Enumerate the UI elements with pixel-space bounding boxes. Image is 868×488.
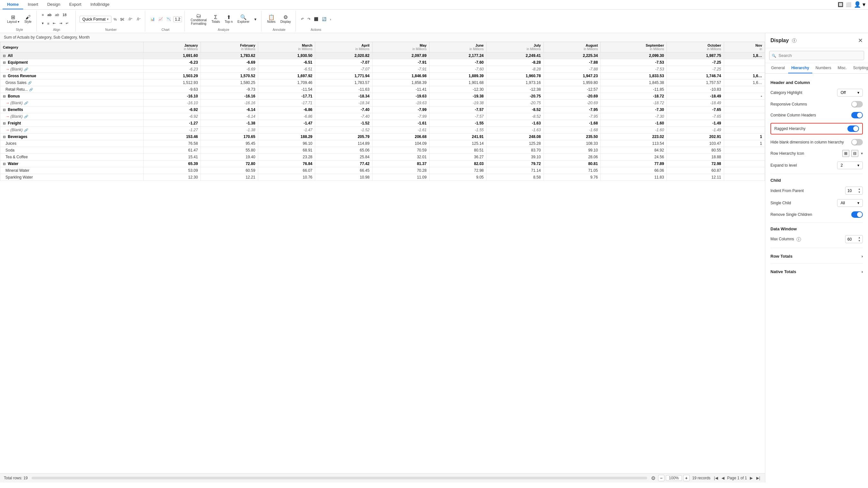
indent-down[interactable]: ▼ — [858, 191, 861, 194]
search-input[interactable] — [769, 51, 864, 60]
side-panel: Display ℹ ✕ General Hierarchy Numbers Mi… — [765, 33, 868, 483]
tab-misc[interactable]: Misc. — [835, 63, 850, 73]
decimal-up[interactable]: .0⁺ — [127, 17, 134, 22]
chart-type-3[interactable]: 📉 — [165, 17, 172, 22]
link-benefits-blank[interactable]: 🔗 — [24, 115, 28, 119]
notes-icon: 📋 — [268, 15, 275, 20]
hier-icon-plus[interactable]: ⊞ — [842, 150, 849, 157]
conditional-formatting-button[interactable]: 🗂 ConditionalFormatting — [189, 12, 209, 26]
format-button[interactable]: 🖌 Style — [22, 14, 34, 24]
combine-headers-label: Combine Column Headers — [770, 113, 851, 118]
first-page-btn[interactable]: |◀ — [713, 475, 719, 481]
expand-all[interactable]: ⊟ — [3, 54, 5, 58]
settings-icon[interactable]: ⚙ — [651, 475, 655, 481]
hierarchy-icon-dropdown-arrow[interactable]: ▾ — [861, 151, 863, 156]
combine-headers-toggle[interactable] — [851, 112, 863, 119]
quick-format-button[interactable]: Quick Format ▾ — [80, 16, 112, 23]
link-freight-blank[interactable]: 🔗 — [24, 128, 28, 132]
prev-page-btn[interactable]: ◀ — [720, 475, 726, 481]
tab-home[interactable]: Home — [3, 0, 23, 9]
expand-water[interactable]: ⊟ — [3, 162, 5, 166]
link-gross-sales[interactable]: 🔗 — [28, 81, 32, 85]
category-highlight-row: Category Highlight Off ▾ — [770, 89, 863, 97]
undo-button[interactable]: ↶ — [300, 17, 305, 22]
chart-type-2[interactable]: 📈 — [157, 17, 164, 22]
indent-up[interactable]: ▲ — [858, 188, 861, 191]
native-totals-header[interactable]: Native Totals › — [770, 267, 863, 276]
link-equipment-blank[interactable]: 🔗 — [24, 68, 28, 71]
chart-type-1[interactable]: 📊 — [149, 17, 156, 22]
zoom-in-button[interactable]: + — [683, 475, 690, 481]
expand-bonus[interactable]: ⊟ — [3, 95, 5, 98]
row-totals-header[interactable]: Row Totals › — [770, 252, 863, 261]
expand-level-row: Expand to level 2 ▾ — [770, 161, 863, 169]
explorer-button[interactable]: 🔍 Explorer — [236, 14, 251, 24]
link-bonus-blank[interactable]: 🔗 — [24, 101, 28, 105]
tab-insert[interactable]: Insert — [23, 0, 43, 9]
link-retail[interactable]: 🔗 — [29, 88, 33, 91]
expand-beverages[interactable]: ⊟ — [3, 135, 5, 139]
last-page-btn[interactable]: ▶| — [755, 475, 761, 481]
expand-level-dropdown[interactable]: 2 ▾ — [837, 161, 863, 169]
tab-numbers[interactable]: Numbers — [812, 63, 835, 73]
wrap[interactable]: ↵ — [64, 21, 70, 26]
expand-benefits[interactable]: ⊟ — [3, 108, 5, 111]
ribbon-content: ⊞ Layout ▾ 🖌 Style Style ≡ ab ab 18 ▾ ≡ … — [0, 10, 868, 33]
layout-icon: ⊞ — [11, 15, 15, 20]
indent-left[interactable]: ⇤ — [52, 21, 57, 26]
tab-scripting[interactable]: Scripting — [850, 63, 868, 73]
table-row: ⊟ All 1,691.601,783.621,930.50 2,020.822… — [0, 53, 765, 59]
responsive-columns-toggle[interactable] — [851, 101, 863, 107]
totals-button[interactable]: Σ Totals — [210, 14, 222, 24]
topn-button[interactable]: ⬆ Top n — [223, 14, 235, 24]
tab-infobridge[interactable]: InfoBridge — [86, 0, 114, 9]
expand-equipment[interactable]: ⊟ — [3, 61, 5, 64]
tab-general[interactable]: General — [768, 63, 788, 73]
layout-button[interactable]: ⊞ Layout ▾ — [5, 14, 21, 24]
tab-design[interactable]: Design — [43, 0, 65, 9]
tab-export[interactable]: Export — [65, 0, 86, 9]
tab-hierarchy[interactable]: Hierarchy — [788, 63, 812, 73]
panel-info-icon[interactable]: ℹ — [792, 38, 797, 43]
indent-right[interactable]: ⇥ — [58, 21, 63, 26]
align-left2[interactable]: ≡ — [46, 21, 51, 26]
align-right[interactable]: ab — [54, 12, 60, 18]
max-columns-input[interactable]: 60 ▲ ▼ — [845, 235, 863, 243]
expand-freight[interactable]: ⊟ — [3, 122, 5, 125]
notes-button[interactable]: 📋 Notes — [265, 14, 278, 24]
max-col-up[interactable]: ▲ — [858, 236, 861, 239]
indent-parent-input[interactable]: 10 ▲ ▼ — [845, 187, 863, 195]
table-container[interactable]: Category Januaryin Millions Februaryin M… — [0, 42, 765, 473]
dollar-btn[interactable]: $€ — [119, 17, 126, 22]
refresh-button[interactable]: 🔄 — [321, 17, 328, 22]
redo-button[interactable]: ↷ — [306, 17, 312, 22]
row-totals-chevron: › — [862, 254, 863, 259]
next-page-btn[interactable]: ▶ — [748, 475, 754, 481]
more-button[interactable]: ⬛ — [313, 17, 320, 22]
max-columns-info[interactable]: ℹ — [797, 237, 801, 241]
max-col-down[interactable]: ▼ — [858, 239, 861, 242]
display-button[interactable]: ⚙ Display — [278, 14, 293, 24]
category-highlight-dropdown[interactable]: Off ▾ — [837, 89, 863, 97]
align-center[interactable]: ab — [46, 12, 53, 18]
percent-btn[interactable]: % — [112, 17, 118, 22]
hier-icon-minus[interactable]: ⊟ — [851, 150, 858, 157]
ragged-hierarchy-toggle[interactable] — [847, 126, 859, 132]
font-size-dropdown[interactable]: ▾ — [40, 21, 45, 26]
next-button[interactable]: › — [329, 17, 333, 22]
filter-button[interactable]: ▼ — [252, 17, 258, 22]
expand-gross[interactable]: ⊟ — [3, 74, 5, 78]
hide-blank-toggle[interactable] — [851, 139, 863, 145]
window-restore[interactable]: ⬜ — [846, 2, 851, 7]
horizontal-scrollbar[interactable] — [32, 477, 647, 479]
remove-single-toggle[interactable] — [851, 212, 863, 218]
align-left[interactable]: ≡ — [40, 12, 45, 18]
window-icon[interactable]: 🔲 — [838, 2, 843, 7]
zoom-out-button[interactable]: − — [658, 475, 664, 481]
panel-close-button[interactable]: ✕ — [858, 37, 863, 44]
max-columns-label: Max Columns ℹ — [770, 237, 845, 241]
single-child-dropdown[interactable]: All ▾ — [837, 199, 863, 207]
font-size: 18 — [62, 13, 66, 17]
decimal-down[interactable]: .0⁻ — [135, 17, 142, 22]
profile-icon[interactable]: 👤 ▾ — [854, 1, 865, 8]
